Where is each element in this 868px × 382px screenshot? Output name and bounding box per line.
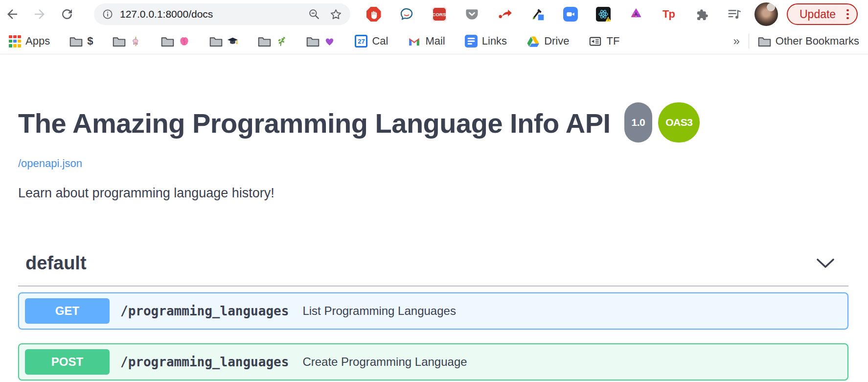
bookmark-star-icon[interactable] — [329, 8, 343, 21]
operation-row-post[interactable]: POST /programming_languages Create Progr… — [18, 343, 848, 381]
bookmark-cal[interactable]: 27 Cal — [355, 35, 388, 48]
version-badge: 1.0 — [624, 102, 653, 143]
bookmark-folder-graduation[interactable] — [209, 36, 238, 47]
bookmark-mail[interactable]: Mail — [408, 35, 445, 48]
extensions-menu-button[interactable] — [694, 7, 709, 22]
brain-icon — [179, 36, 190, 47]
pocket-extension-button[interactable] — [464, 7, 480, 22]
tp-icon: Tp — [662, 8, 675, 21]
tp-extension-button[interactable]: Tp — [661, 7, 676, 22]
playlist-icon — [727, 7, 742, 22]
cors-extension-button[interactable]: CORS — [432, 7, 447, 22]
puzzle-icon — [694, 7, 708, 22]
zoom-icon[interactable] — [308, 8, 320, 21]
video-camera-icon — [563, 7, 578, 22]
recycle-icon — [629, 7, 643, 22]
folder-icon — [69, 36, 83, 47]
operation-summary: List Programming Languages — [302, 304, 456, 318]
other-bookmarks[interactable]: Other Bookmarks — [758, 35, 859, 48]
method-badge-get: GET — [25, 298, 110, 324]
forward-button[interactable] — [32, 7, 47, 22]
bookmarks-bar: Apps $ — [0, 28, 868, 54]
api-description: Learn about programming language history… — [18, 186, 848, 201]
profile-avatar[interactable] — [754, 2, 778, 26]
calendar-icon: 27 — [355, 35, 367, 48]
bookmarks-divider — [749, 34, 749, 48]
pocket-icon — [465, 7, 479, 22]
cors-icon: CORS — [432, 7, 447, 22]
hand-stop-icon — [366, 7, 381, 22]
apps-grid-icon — [9, 35, 21, 48]
apps-shortcut[interactable]: Apps — [9, 35, 50, 48]
bookmark-tf[interactable]: TF — [589, 35, 619, 48]
update-button[interactable]: Update — [787, 3, 858, 25]
bookmark-drive[interactable]: Drive — [526, 35, 569, 48]
share-extension-button[interactable] — [497, 7, 512, 22]
docs-icon — [465, 35, 478, 48]
openapi-spec-link[interactable]: /openapi.json — [18, 157, 82, 170]
section-title: default — [25, 253, 87, 274]
bookmark-folder-herb[interactable] — [258, 36, 287, 47]
graduation-cap-icon — [227, 36, 238, 47]
folder-icon — [306, 36, 320, 47]
browser-toolbar: 127.0.0.1:8000/docs CORS — [0, 0, 868, 28]
bookmark-folder-carousel[interactable] — [113, 36, 141, 47]
swagger-docs-page: The Amazing Programming Language Info AP… — [0, 54, 868, 382]
api-title-text: The Amazing Programming Language Info AP… — [18, 108, 611, 139]
oas3-badge: OAS3 — [658, 102, 700, 143]
back-button[interactable] — [5, 7, 20, 22]
collapse-chevron-icon[interactable] — [816, 258, 835, 269]
folder-icon — [258, 36, 271, 47]
folder-icon — [113, 36, 126, 47]
page-info-icon[interactable] — [102, 8, 114, 20]
gmail-icon — [408, 35, 421, 48]
address-bar[interactable]: 127.0.0.1:8000/docs — [94, 3, 350, 25]
method-badge-post: POST — [25, 349, 110, 375]
reload-button[interactable] — [60, 7, 74, 22]
update-label: Update — [799, 8, 836, 21]
section-header[interactable]: default — [18, 242, 848, 286]
herb-icon — [275, 36, 287, 47]
folder-icon — [161, 36, 174, 47]
folder-icon — [758, 36, 771, 47]
bookmark-folder-purple-heart[interactable] — [306, 36, 335, 47]
eyedropper-icon — [530, 7, 545, 22]
tag-section-default: default GET /programming_languages List … — [18, 242, 848, 381]
extensions-strip: CORS — [366, 7, 742, 22]
bookmarks-overflow-chevron[interactable]: » — [733, 34, 739, 48]
page-title: The Amazing Programming Language Info AP… — [18, 105, 848, 145]
browser-menu-kebab-icon[interactable] — [846, 9, 849, 20]
bookmark-folder-dollar[interactable]: $ — [69, 35, 93, 48]
purple-heart-icon — [324, 36, 335, 47]
react-devtools-extension-button[interactable] — [595, 7, 611, 22]
carousel-horse-icon — [130, 36, 141, 47]
operation-path: /programming_languages — [120, 304, 289, 318]
share-arrow-icon — [498, 7, 512, 22]
bookmark-folder-brain[interactable] — [161, 36, 190, 47]
drive-icon — [526, 35, 540, 48]
operation-row-get[interactable]: GET /programming_languages List Programm… — [18, 292, 848, 330]
folder-icon — [209, 36, 223, 47]
colorpicker-extension-button[interactable] — [530, 7, 545, 22]
operation-path: /programming_languages — [120, 355, 289, 369]
warning-icon — [605, 16, 611, 22]
chat-bubble-icon — [399, 7, 414, 22]
news-audio-icon — [589, 35, 602, 48]
chat-extension-button[interactable] — [399, 7, 414, 22]
recycle-extension-button[interactable] — [628, 7, 643, 22]
bookmark-links[interactable]: Links — [465, 35, 507, 48]
url-text[interactable]: 127.0.0.1:8000/docs — [120, 8, 299, 20]
playlist-extension-button[interactable] — [727, 7, 742, 22]
operation-summary: Create Programming Language — [302, 355, 467, 369]
adblock-extension-button[interactable] — [366, 7, 381, 22]
zoom-extension-button[interactable] — [563, 7, 578, 22]
